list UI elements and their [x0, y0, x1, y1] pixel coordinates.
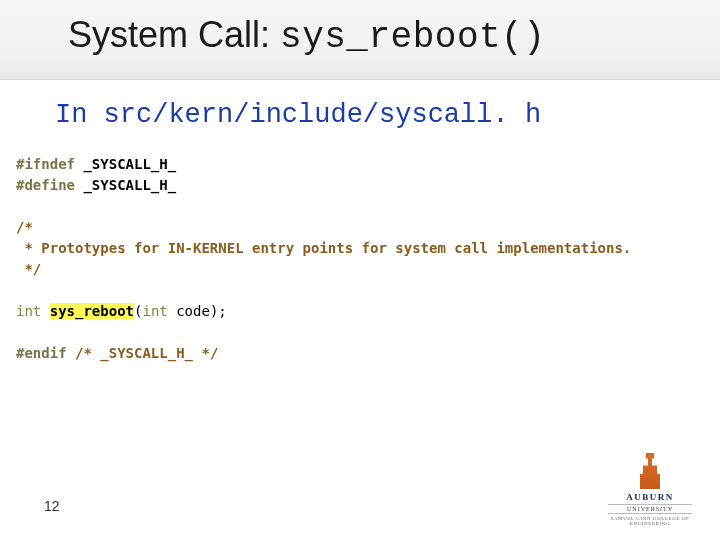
logo-sub2: SAMUEL GINN COLLEGE OF ENGINEERING	[608, 516, 692, 526]
title-code: sys_reboot()	[280, 17, 545, 58]
code-line-5: */	[16, 259, 710, 280]
highlight-sys-reboot: sys_reboot	[50, 303, 134, 319]
logo-name: AUBURN	[608, 492, 692, 502]
logo-sub1: UNIVERSITY	[608, 504, 692, 514]
path-value: src/kern/include/syscall. h	[104, 100, 541, 130]
code-line-3: /*	[16, 217, 710, 238]
slide-title: System Call: sys_reboot()	[68, 14, 545, 58]
file-path: In src/kern/include/syscall. h	[55, 100, 541, 130]
page-number: 12	[44, 498, 60, 514]
slide: System Call: sys_reboot() In src/kern/in…	[0, 0, 720, 540]
code-blank-3	[16, 322, 710, 343]
code-line-6: int sys_reboot(int code);	[16, 301, 710, 322]
code-line-1: #ifndef _SYSCALL_H_	[16, 154, 710, 175]
path-prefix: In	[55, 100, 104, 130]
code-line-2: #define _SYSCALL_H_	[16, 175, 710, 196]
code-blank-1	[16, 196, 710, 217]
code-line-4: * Prototypes for IN-KERNEL entry points …	[16, 238, 710, 259]
code-block: #ifndef _SYSCALL_H_ #define _SYSCALL_H_ …	[10, 148, 710, 370]
title-prefix: System Call:	[68, 14, 280, 55]
tower-icon	[640, 453, 660, 489]
university-logo: AUBURN UNIVERSITY SAMUEL GINN COLLEGE OF…	[608, 453, 692, 526]
code-blank-2	[16, 280, 710, 301]
code-line-7: #endif /* _SYSCALL_H_ */	[16, 343, 710, 364]
